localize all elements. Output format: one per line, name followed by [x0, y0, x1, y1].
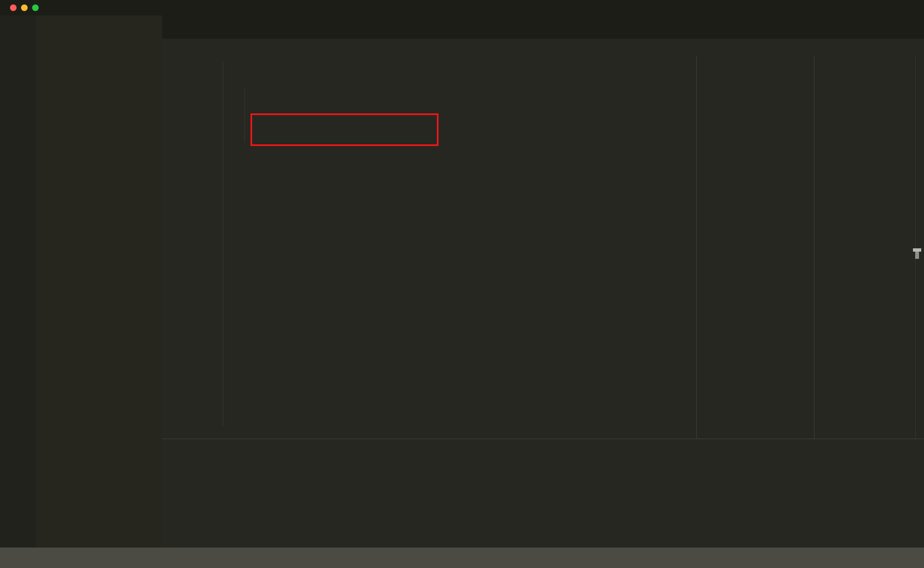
explorer-sidebar — [36, 15, 162, 548]
code-editor — [162, 55, 924, 439]
indent-guide — [244, 88, 245, 142]
file-tree — [36, 39, 162, 41]
panel-tabs — [162, 439, 924, 446]
annotation-box-sample-model — [250, 113, 438, 146]
editor-group — [162, 15, 924, 548]
editor-actions — [912, 15, 924, 39]
editor-tab-bar — [162, 15, 924, 39]
status-bar — [0, 548, 924, 568]
breadcrumb — [162, 39, 924, 55]
ruler-guide — [696, 55, 697, 439]
scrollbar-edge — [915, 55, 916, 439]
activity-bar — [0, 15, 36, 548]
titlebar — [0, 0, 924, 15]
scrollbar-marker[interactable] — [913, 248, 921, 252]
vscode-window — [0, 0, 924, 568]
zoom-window-button[interactable] — [32, 4, 39, 11]
minimize-window-button[interactable] — [21, 4, 28, 11]
ruler-guide — [814, 55, 815, 439]
close-window-button[interactable] — [10, 4, 17, 11]
window-controls — [10, 4, 39, 11]
indent-guide — [223, 61, 223, 426]
explorer-header — [36, 15, 162, 39]
terminal-panel — [162, 439, 924, 548]
